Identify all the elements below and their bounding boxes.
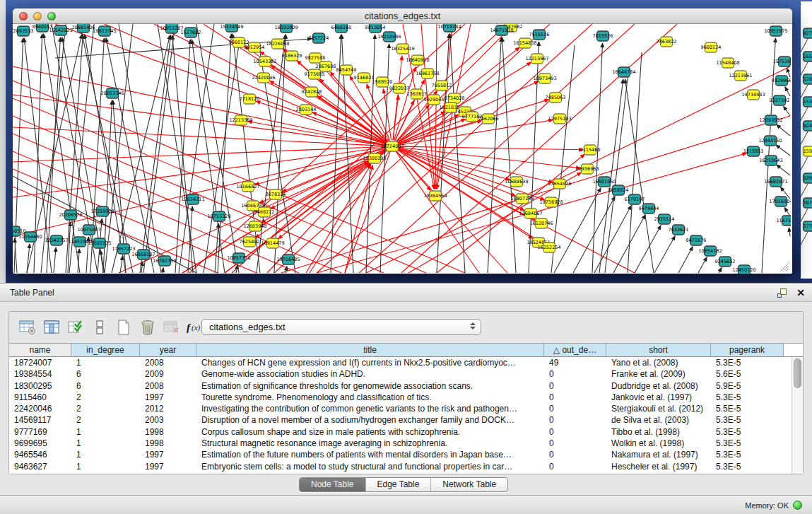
table-cell[interactable]: 0 <box>544 380 606 392</box>
table-row[interactable]: 946362711997Embryonic stem cells: a mode… <box>9 461 792 472</box>
table-cell[interactable]: Investigating the contribution of common… <box>196 403 544 414</box>
table-cell[interactable]: 14569117 <box>9 414 71 426</box>
table-cell[interactable]: 5.9E-5 <box>711 380 784 392</box>
table-cell[interactable]: Genome-wide association studies in ADHD. <box>196 368 544 380</box>
table-cell[interactable]: 5.3E-5 <box>711 392 784 403</box>
table-cell[interactable]: 6 <box>71 380 140 392</box>
table-cell[interactable]: 6 <box>71 368 140 380</box>
table-cell[interactable]: 1 <box>71 461 140 472</box>
column-header-in_degree[interactable]: in_degree <box>71 344 140 356</box>
column-header-short[interactable]: short <box>606 344 711 356</box>
table-cell[interactable]: 2 <box>71 403 140 414</box>
table-scrollbar[interactable] <box>792 357 803 474</box>
show-columns-icon[interactable] <box>40 317 63 338</box>
table-cell[interactable]: Corpus callosum shape and size in male p… <box>196 426 544 438</box>
table-cell[interactable]: 9465546 <box>9 449 71 460</box>
close-button[interactable] <box>19 12 28 21</box>
table-cell[interactable]: 5.3E-5 <box>711 357 784 368</box>
table-cell[interactable]: Dudbridge et al. (2008) <box>606 380 711 392</box>
tab-node-table[interactable]: Node Table <box>300 478 366 491</box>
column-header-out_de[interactable]: △ out_de… <box>544 344 606 356</box>
table-cell[interactable]: Franke et al. (2009) <box>606 368 711 380</box>
table-cell[interactable]: Tourette syndrome. Phenomenology and cla… <box>196 392 544 403</box>
table-selector-dropdown[interactable]: citations_edges.txt <box>201 319 481 335</box>
table-cell[interactable]: 2009 <box>140 368 196 380</box>
table-row[interactable]: 969969511998Structural magnetic resonanc… <box>9 438 792 449</box>
table-cell[interactable]: 1 <box>71 449 140 460</box>
table-cell[interactable]: 9777169 <box>9 426 71 438</box>
table-cell[interactable]: 0 <box>544 368 606 380</box>
table-cell[interactable]: 1 <box>71 357 140 368</box>
zoom-button[interactable] <box>47 12 56 21</box>
minimize-button[interactable] <box>33 12 42 21</box>
new-column-icon[interactable] <box>112 317 135 338</box>
table-cell[interactable]: Structural magnetic resonance image aver… <box>196 438 544 449</box>
table-cell[interactable]: Hescheler et al. (1997) <box>606 461 711 472</box>
table-cell[interactable]: Disruption of a novel member of a sodium… <box>196 414 544 426</box>
column-header-title[interactable]: title <box>196 344 544 356</box>
table-cell[interactable]: 2012 <box>140 403 196 414</box>
table-cell[interactable]: 0 <box>544 403 606 414</box>
table-cell[interactable]: 5.3E-5 <box>711 461 784 472</box>
table-cell[interactable]: 0 <box>544 438 606 449</box>
table-cell[interactable]: 22420046 <box>9 403 71 414</box>
table-cell[interactable]: Estimation of significance thresholds fo… <box>196 380 544 392</box>
table-cell[interactable]: Yano et al. (2008) <box>606 357 711 368</box>
column-header-name[interactable]: name <box>9 344 71 356</box>
table-panel-titlebar[interactable]: Table Panel ✕ <box>0 283 812 302</box>
table-cell[interactable]: 9463627 <box>9 461 71 472</box>
table-cell[interactable]: 5.3E-5 <box>711 414 784 426</box>
table-cell[interactable]: 19384554 <box>9 368 71 380</box>
table-cell[interactable]: de Silva et al. (2003) <box>606 414 711 426</box>
table-scrollbar-thumb[interactable] <box>794 358 801 388</box>
resize-grip[interactable] <box>780 263 789 271</box>
delete-table-icon[interactable] <box>160 317 183 338</box>
table-cell[interactable]: 0 <box>544 414 606 426</box>
delete-column-icon[interactable] <box>136 317 159 338</box>
network-window-titlebar[interactable]: citations_edges.txt <box>13 8 792 24</box>
table-cell[interactable]: 2008 <box>140 380 196 392</box>
table-row[interactable]: 1938455462009Genome-wide association stu… <box>9 368 792 380</box>
table-cell[interactable]: Wolkin et al. (1998) <box>606 438 711 449</box>
network-canvas[interactable]: 1872400798601238912954182260588186328105… <box>13 24 791 274</box>
table-cell[interactable]: 1 <box>71 426 140 438</box>
table-cell[interactable]: 2008 <box>140 357 196 368</box>
table-cell[interactable]: 2003 <box>140 414 196 426</box>
table-cell[interactable]: 0 <box>544 392 606 403</box>
table-cell[interactable]: Tibbo et al. (1998) <box>606 426 711 438</box>
table-cell[interactable]: 9699695 <box>9 438 71 449</box>
memory-ok-icon[interactable] <box>793 501 802 510</box>
table-cell[interactable]: 5.3E-5 <box>711 438 784 449</box>
table-cell[interactable]: 5.5E-5 <box>711 403 784 414</box>
close-panel-icon[interactable]: ✕ <box>796 288 805 298</box>
table-cell[interactable]: Changes of HCN gene expression and I(f) … <box>196 357 544 368</box>
tab-network-table[interactable]: Network Table <box>431 478 507 491</box>
table-cell[interactable]: 1 <box>71 438 140 449</box>
float-window-icon[interactable] <box>777 288 787 298</box>
table-cell[interactable]: Stergiakouli et al. (2012) <box>606 403 711 414</box>
table-cell[interactable]: Jankovic et al. (1997) <box>606 392 711 403</box>
column-header-pagerank[interactable]: pagerank <box>711 344 784 356</box>
table-cell[interactable]: 2 <box>71 392 140 403</box>
table-row[interactable]: 1872400712008Changes of HCN gene express… <box>9 357 792 368</box>
table-cell[interactable]: Embryonic stem cells: a model to study s… <box>196 461 544 472</box>
network-window[interactable]: citations_edges.txt 18724007986012389129… <box>13 8 792 274</box>
table-row[interactable]: 911546021997Tourette syndrome. Phenomeno… <box>9 392 792 403</box>
table-row[interactable]: 946554611997Estimation of the future num… <box>9 449 792 460</box>
table-cell[interactable]: 18300295 <box>9 380 71 392</box>
table-cell[interactable]: 18724007 <box>9 357 71 368</box>
tab-edge-table[interactable]: Edge Table <box>366 478 432 491</box>
table-cell[interactable]: 5.6E-5 <box>711 368 784 380</box>
table-cell[interactable]: 1998 <box>140 438 196 449</box>
table-settings-icon[interactable] <box>16 317 39 338</box>
table-cell[interactable]: 1997 <box>140 392 196 403</box>
table-cell[interactable]: 9115460 <box>9 392 71 403</box>
table-cell[interactable]: 1997 <box>140 461 196 472</box>
table-cell[interactable]: 49 <box>544 357 606 368</box>
table-cell[interactable]: 1997 <box>140 449 196 460</box>
table-row[interactable]: 977716911998Corpus callosum shape and si… <box>9 426 792 438</box>
table-cell[interactable]: 5.3E-5 <box>711 449 784 460</box>
table-cell[interactable]: 0 <box>544 449 606 460</box>
table-cell[interactable]: 5.3E-5 <box>711 426 784 438</box>
table-cell[interactable]: 0 <box>544 426 606 438</box>
